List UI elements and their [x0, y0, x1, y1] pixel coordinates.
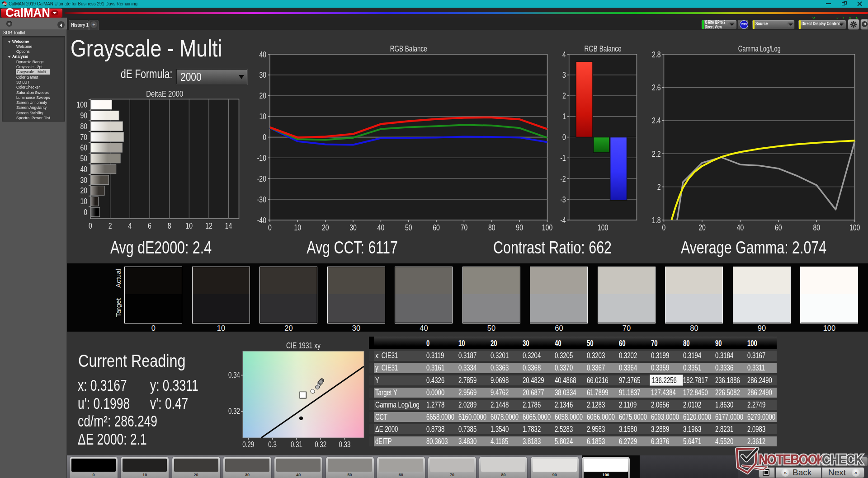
svg-text:20: 20 — [698, 223, 706, 232]
svg-text:80: 80 — [80, 122, 87, 131]
svg-text:40: 40 — [80, 164, 87, 174]
svg-text:-2: -2 — [560, 174, 566, 183]
svg-text:60: 60 — [433, 223, 440, 232]
svg-text:60: 60 — [80, 143, 87, 152]
svg-text:CHECK: CHECK — [822, 452, 863, 467]
svg-text:Gamma Log/Log: Gamma Log/Log — [738, 44, 781, 53]
svg-text:40: 40 — [737, 223, 744, 232]
svg-text:20: 20 — [259, 91, 266, 100]
svg-text:0.33: 0.33 — [339, 440, 351, 449]
svg-text:-20: -20 — [257, 174, 266, 183]
svg-text:30: 30 — [259, 70, 266, 80]
svg-text:-10: -10 — [257, 153, 266, 163]
svg-text:CIE 1931 xy: CIE 1931 xy — [286, 341, 321, 350]
svg-text:40: 40 — [259, 50, 266, 59]
svg-text:0.31: 0.31 — [291, 440, 302, 449]
svg-text:4: 4 — [562, 50, 566, 59]
svg-text:1.8: 1.8 — [652, 216, 661, 225]
svg-text:30: 30 — [80, 175, 87, 185]
svg-text:NOTEBOOK: NOTEBOOK — [759, 452, 826, 467]
svg-text:30: 30 — [349, 223, 357, 232]
svg-text:20: 20 — [322, 223, 329, 232]
svg-text:4: 4 — [128, 221, 132, 230]
svg-text:100: 100 — [77, 100, 88, 109]
svg-text:2.2: 2.2 — [652, 149, 661, 159]
svg-text:0.29: 0.29 — [242, 440, 254, 449]
svg-text:8: 8 — [168, 221, 171, 230]
svg-text:-4: -4 — [560, 216, 566, 225]
svg-text:2.8: 2.8 — [652, 50, 661, 59]
svg-text:2: 2 — [562, 91, 566, 100]
svg-text:0.34: 0.34 — [228, 370, 240, 380]
svg-text:0: 0 — [84, 207, 87, 217]
svg-text:RGB Balance: RGB Balance — [585, 44, 622, 53]
svg-text:90: 90 — [80, 111, 87, 120]
svg-text:2.6: 2.6 — [652, 83, 661, 92]
svg-text:0.3: 0.3 — [268, 440, 277, 449]
svg-text:40: 40 — [377, 223, 385, 232]
svg-text:10: 10 — [294, 223, 302, 232]
svg-text:0.32: 0.32 — [315, 440, 326, 449]
svg-text:90: 90 — [516, 223, 523, 232]
svg-text:1: 1 — [562, 112, 566, 121]
svg-text:70: 70 — [461, 223, 468, 232]
svg-text:100: 100 — [849, 223, 860, 232]
svg-text:-40: -40 — [257, 216, 266, 225]
svg-text:0: 0 — [263, 132, 266, 142]
svg-text:0: 0 — [268, 223, 272, 232]
svg-text:100: 100 — [542, 223, 553, 232]
svg-text:14: 14 — [225, 221, 232, 230]
svg-text:DeltaE 2000: DeltaE 2000 — [146, 89, 183, 98]
svg-text:10: 10 — [80, 197, 87, 206]
svg-text:-30: -30 — [257, 195, 266, 204]
svg-text:2.4: 2.4 — [652, 116, 661, 125]
svg-text:80: 80 — [813, 223, 820, 232]
svg-text:10: 10 — [259, 112, 266, 121]
svg-text:-1: -1 — [560, 153, 566, 163]
svg-text:100: 100 — [598, 223, 609, 232]
svg-text:0: 0 — [89, 221, 92, 230]
svg-text:0: 0 — [562, 132, 566, 142]
svg-text:0: 0 — [662, 223, 666, 232]
svg-text:0.32: 0.32 — [228, 407, 240, 416]
svg-text:60: 60 — [775, 223, 782, 232]
svg-text:6: 6 — [148, 221, 151, 230]
svg-text:10: 10 — [185, 221, 193, 230]
svg-text:12: 12 — [205, 221, 212, 230]
svg-text:70: 70 — [80, 132, 87, 142]
svg-text:20: 20 — [80, 186, 87, 195]
svg-text:RGB Balance: RGB Balance — [390, 44, 427, 53]
svg-text:2: 2 — [108, 221, 112, 230]
svg-text:2: 2 — [657, 182, 661, 192]
svg-text:50: 50 — [80, 154, 87, 163]
svg-text:50: 50 — [405, 223, 412, 232]
svg-text:80: 80 — [488, 223, 495, 232]
svg-text:3: 3 — [562, 70, 566, 80]
svg-text:-3: -3 — [560, 195, 566, 204]
